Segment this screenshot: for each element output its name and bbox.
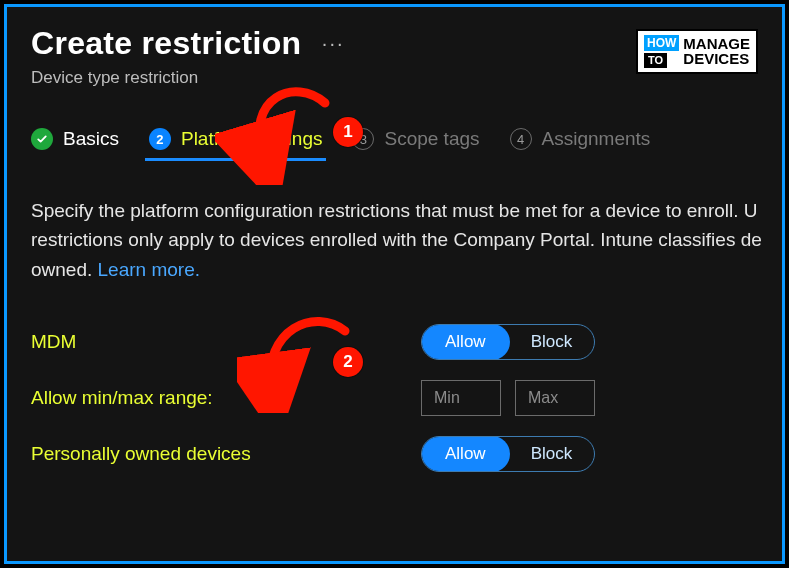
toggle-option-block[interactable]: Block bbox=[509, 325, 595, 359]
toggle-personal[interactable]: Allow Block bbox=[421, 436, 595, 472]
step-number-icon: 2 bbox=[149, 128, 171, 150]
desc-line: Specify the platform configuration restr… bbox=[31, 200, 758, 221]
watermark-logo: HOW TO MANAGE DEVICES bbox=[636, 29, 758, 74]
label-range: Allow min/max range: bbox=[31, 387, 421, 409]
tab-label: Scope tags bbox=[384, 128, 479, 150]
tab-basics[interactable]: Basics bbox=[31, 128, 119, 160]
label-mdm: MDM bbox=[31, 331, 421, 353]
window-frame: Create restriction ··· Device type restr… bbox=[4, 4, 785, 564]
learn-more-link[interactable]: Learn more. bbox=[98, 259, 200, 280]
desc-line: restrictions only apply to devices enrol… bbox=[31, 229, 762, 250]
label-personal: Personally owned devices bbox=[31, 443, 421, 465]
tab-assignments[interactable]: 4 Assignments bbox=[510, 128, 651, 160]
annotation-badge: 1 bbox=[333, 117, 363, 147]
range-input-group bbox=[421, 380, 595, 416]
min-input[interactable] bbox=[421, 380, 501, 416]
toggle-mdm[interactable]: Allow Block bbox=[421, 324, 595, 360]
wizard-tabs: Basics 2 Platform settings 3 Scope tags … bbox=[7, 94, 782, 160]
toggle-option-allow[interactable]: Allow bbox=[421, 436, 510, 472]
wm-text: MANAGE DEVICES bbox=[683, 37, 750, 66]
tab-label: Basics bbox=[63, 128, 119, 150]
row-mdm: MDM Allow Block bbox=[31, 314, 758, 370]
step-number-icon: 4 bbox=[510, 128, 532, 150]
check-icon bbox=[31, 128, 53, 150]
platform-settings-form: MDM Allow Block Allow min/max range: Per… bbox=[7, 284, 782, 482]
page-title: Create restriction bbox=[31, 25, 301, 62]
tab-label: Assignments bbox=[542, 128, 651, 150]
toggle-option-block[interactable]: Block bbox=[509, 437, 595, 471]
toggle-option-allow[interactable]: Allow bbox=[421, 324, 510, 360]
annotation-badge: 2 bbox=[333, 347, 363, 377]
max-input[interactable] bbox=[515, 380, 595, 416]
row-personal: Personally owned devices Allow Block bbox=[31, 426, 758, 482]
tab-label: Platform settings bbox=[181, 128, 323, 150]
desc-line: owned. bbox=[31, 259, 98, 280]
tab-platform-settings[interactable]: 2 Platform settings bbox=[149, 128, 323, 160]
more-icon[interactable]: ··· bbox=[322, 32, 345, 55]
row-range: Allow min/max range: bbox=[31, 370, 758, 426]
wm-to: TO bbox=[644, 53, 667, 68]
tab-scope-tags[interactable]: 3 Scope tags bbox=[352, 128, 479, 160]
wm-how: HOW bbox=[644, 35, 679, 51]
description-text: Specify the platform configuration restr… bbox=[7, 160, 782, 284]
